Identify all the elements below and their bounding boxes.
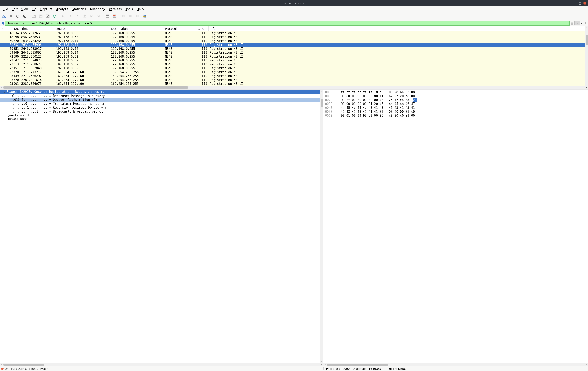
menu-analyze[interactable]: Analyze bbox=[54, 7, 70, 12]
packet-list-header: No. Time Source Destination Protocol Len… bbox=[0, 26, 588, 31]
maximize-button[interactable]: □ bbox=[578, 2, 581, 4]
packet-list-hscrollbar[interactable]: ◂ ▸ bbox=[0, 86, 588, 89]
filter-add-button[interactable]: + bbox=[584, 21, 587, 25]
save-file-button[interactable] bbox=[38, 13, 44, 19]
menu-wireless[interactable]: Wireless bbox=[107, 7, 124, 12]
hex-row[interactable]: 0060 00 01 00 04 93 e0 00 06 c0 00 c0 a8… bbox=[324, 114, 588, 118]
capture-options-button[interactable] bbox=[22, 13, 28, 19]
menu-edit[interactable]: Edit bbox=[10, 7, 19, 12]
colorize-button[interactable] bbox=[111, 13, 117, 19]
column-info[interactable]: Info bbox=[209, 26, 588, 31]
zoom-out-button[interactable] bbox=[127, 13, 134, 19]
display-filter-input[interactable] bbox=[5, 21, 570, 26]
packet-list-body[interactable]: 18934855.707766192.168.0.53192.168.0.255… bbox=[0, 31, 588, 86]
scroll-down-icon[interactable]: ▾ bbox=[585, 86, 588, 89]
auto-scroll-button[interactable] bbox=[105, 13, 111, 19]
menu-file[interactable]: File bbox=[1, 7, 10, 12]
stop-capture-button[interactable] bbox=[8, 13, 14, 19]
menu-view[interactable]: View bbox=[20, 7, 30, 12]
packet-row[interactable]: 593692640.985892192.168.0.14192.168.0.25… bbox=[0, 51, 588, 55]
packet-row[interactable]: 927703278.773217169.254.127.160169.254.2… bbox=[0, 70, 588, 74]
go-forward-button[interactable] bbox=[74, 13, 81, 19]
svg-rect-9 bbox=[113, 15, 116, 16]
packet-list-vscrollbar[interactable]: ▴ ▾ bbox=[585, 26, 588, 89]
hex-row[interactable]: 0040 4d 45 4b 45 4e 43 41 43 41 43 41 43… bbox=[324, 106, 588, 110]
column-length[interactable]: Length bbox=[184, 26, 209, 31]
window-title: dhcp-netbios.pcap bbox=[282, 2, 306, 5]
details-vscrollbar[interactable]: ▴▾ bbox=[320, 90, 323, 363]
packet-row[interactable]: 931493279.536292169.254.127.160169.254.2… bbox=[0, 74, 588, 78]
hex-row[interactable]: 0010 00 60 00 98 00 00 80 11 b7 97 c0 a8… bbox=[324, 94, 588, 98]
svg-rect-0 bbox=[10, 15, 12, 17]
menu-capture[interactable]: Capture bbox=[39, 7, 54, 12]
hex-row[interactable]: 0030 00 00 00 00 00 01 20 45 4d 45 4a 46… bbox=[324, 102, 588, 106]
go-last-button[interactable] bbox=[95, 13, 102, 19]
expert-info-icon[interactable] bbox=[1, 368, 4, 370]
packet-row[interactable]: 726903213.260125192.168.0.52192.168.0.25… bbox=[0, 55, 588, 59]
column-protocol[interactable]: Protocol bbox=[164, 26, 184, 31]
restart-capture-button[interactable] bbox=[15, 13, 21, 19]
close-file-button[interactable] bbox=[45, 13, 51, 19]
titlebar: dhcp-netbios.pcap – □ bbox=[0, 0, 588, 6]
menu-help[interactable]: Help bbox=[135, 7, 145, 12]
packet-row[interactable]: 935203280.301614169.254.127.160169.254.2… bbox=[0, 78, 588, 82]
details-response[interactable]: 0... .... .... .... = Response: Message … bbox=[0, 94, 323, 98]
details-opcode[interactable]: .010 1... .... .... = Opcode: Registrati… bbox=[0, 98, 323, 102]
details-questions[interactable]: Questions: 1 bbox=[0, 114, 323, 118]
packet-row[interactable]: 593202638.734265192.168.0.14192.168.0.25… bbox=[0, 39, 588, 43]
packet-row[interactable]: 939013281.066075169.254.127.160169.254.2… bbox=[0, 82, 588, 86]
hex-row[interactable]: 0050 41 43 41 43 41 41 41 00 00 20 00 01… bbox=[324, 110, 588, 114]
column-time[interactable]: Time bbox=[20, 26, 55, 31]
filter-apply-button[interactable]: → bbox=[575, 21, 580, 25]
svg-point-2 bbox=[24, 16, 25, 17]
svg-rect-7 bbox=[106, 15, 109, 18]
filter-clear-button[interactable] bbox=[570, 21, 574, 25]
bytes-hscrollbar[interactable]: ◂▸ bbox=[324, 363, 588, 366]
status-profile[interactable]: Profile: Default bbox=[385, 367, 411, 370]
zoom-in-button[interactable] bbox=[120, 13, 126, 19]
minimize-button[interactable]: – bbox=[574, 2, 577, 4]
reload-button[interactable] bbox=[52, 13, 58, 19]
details-recursion[interactable]: .... ...1 .... .... = Recursion desired:… bbox=[0, 106, 323, 110]
packet-row[interactable]: 18934855.707766192.168.0.53192.168.0.255… bbox=[0, 31, 588, 35]
details-answer-rrs[interactable]: Answer RRs: 0 bbox=[0, 118, 323, 121]
main-toolbar: 1 bbox=[0, 12, 588, 20]
hex-row[interactable]: 0000 ff ff ff ff ff ff 18 a9 05 28 be 62… bbox=[324, 90, 588, 94]
scroll-left-icon[interactable]: ◂ bbox=[0, 87, 3, 88]
go-back-button[interactable] bbox=[68, 13, 74, 19]
menu-go[interactable]: Go bbox=[31, 7, 38, 12]
zoom-reset-button[interactable]: 1 bbox=[134, 13, 140, 19]
column-destination[interactable]: Destination bbox=[110, 26, 164, 31]
scroll-up-icon[interactable]: ▴ bbox=[585, 26, 588, 29]
shark-fin-icon[interactable] bbox=[1, 13, 7, 19]
collapse-icon[interactable]: ▾ bbox=[4, 90, 7, 94]
hex-row[interactable]: 0020 00 ff 00 89 00 89 00 4c 25 f7 e4 aa… bbox=[324, 98, 588, 102]
bookmark-icon[interactable] bbox=[1, 21, 4, 25]
column-source[interactable]: Source bbox=[55, 26, 110, 31]
packet-row[interactable]: 593512640.233917192.168.0.14192.168.0.25… bbox=[0, 47, 588, 51]
packet-row[interactable]: 593322639.475906192.168.0.14192.168.0.25… bbox=[0, 43, 588, 47]
packet-bytes-body[interactable]: 0000 ff ff ff ff ff ff 18 a9 05 28 be 62… bbox=[324, 90, 588, 363]
packet-row[interactable]: 730133214.788672192.168.0.52192.168.0.25… bbox=[0, 63, 588, 66]
packet-row[interactable]: 728473214.024073192.168.0.52192.168.0.25… bbox=[0, 59, 588, 63]
packet-details-body[interactable]: ▾Flags: 0x2910, Opcode: Registration, Re… bbox=[0, 90, 323, 363]
filter-dropdown-button[interactable]: ▾ bbox=[580, 21, 583, 25]
find-packet-button[interactable] bbox=[61, 13, 67, 19]
details-broadcast[interactable]: .... .... ...1 .... = Broadcast: Broadca… bbox=[0, 110, 323, 114]
go-first-button[interactable] bbox=[88, 13, 94, 19]
packet-row[interactable]: 18998856.463853192.168.0.53192.168.0.255… bbox=[0, 35, 588, 39]
packet-row[interactable]: 731573215.552840192.168.0.52192.168.0.25… bbox=[0, 66, 588, 70]
go-to-packet-button[interactable] bbox=[82, 13, 88, 19]
menu-statistics[interactable]: Statistics bbox=[70, 7, 88, 12]
details-flags-header[interactable]: ▾Flags: 0x2910, Opcode: Registration, Re… bbox=[0, 90, 323, 94]
close-button[interactable] bbox=[584, 2, 586, 4]
details-truncated[interactable]: .... ..0. .... .... = Truncated: Message… bbox=[0, 102, 323, 106]
open-file-button[interactable] bbox=[31, 13, 37, 19]
menu-tools[interactable]: Tools bbox=[124, 7, 135, 12]
edit-icon[interactable] bbox=[5, 367, 8, 370]
details-hscrollbar[interactable]: ◂▸ bbox=[0, 363, 323, 366]
menu-telephony[interactable]: Telephony bbox=[88, 7, 107, 12]
resize-columns-button[interactable] bbox=[141, 13, 147, 19]
packet-details-pane: ▾Flags: 0x2910, Opcode: Registration, Re… bbox=[0, 90, 324, 366]
column-no[interactable]: No. bbox=[3, 26, 20, 31]
